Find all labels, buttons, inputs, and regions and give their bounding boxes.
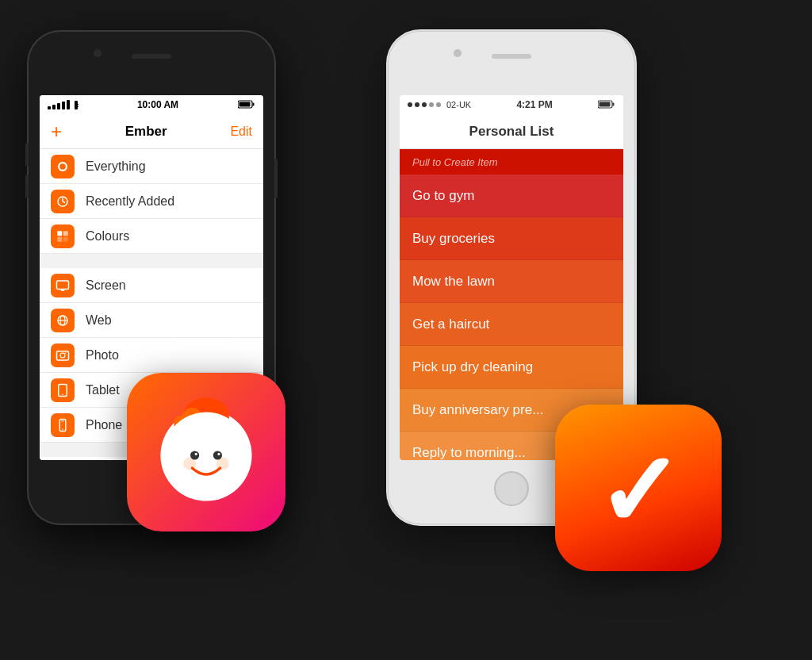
svg-point-35 bbox=[163, 412, 250, 499]
item-label: Colours bbox=[86, 229, 129, 244]
vol-down-button bbox=[25, 175, 29, 198]
todo-label: Buy groceries bbox=[412, 231, 495, 247]
tablet-icon bbox=[51, 378, 75, 402]
todo-label: Mow the lawn bbox=[412, 274, 495, 290]
svg-point-24 bbox=[62, 428, 63, 430]
svg-rect-11 bbox=[63, 236, 68, 241]
pull-to-create-bar: Pull to Create Item bbox=[400, 149, 623, 175]
recently-added-icon bbox=[51, 190, 75, 213]
camera-white bbox=[454, 49, 462, 57]
todo-item[interactable]: Buy groceries bbox=[400, 217, 623, 260]
signal-bars: ≈ bbox=[48, 100, 78, 109]
list-item[interactable]: Screen bbox=[40, 268, 263, 303]
status-bar-black: ≈ 10:00 AM bbox=[40, 95, 263, 114]
svg-point-20 bbox=[65, 352, 67, 354]
todo-item[interactable]: Pick up dry cleaning bbox=[400, 346, 623, 389]
signal-dot bbox=[436, 102, 441, 107]
svg-line-7 bbox=[63, 201, 65, 203]
todo-label: Buy anniversary pre... bbox=[412, 402, 543, 418]
checkmark-icon: ✓ bbox=[596, 440, 682, 543]
todo-label: Go to gym bbox=[412, 188, 474, 204]
todo-item[interactable]: Go to gym bbox=[400, 175, 623, 217]
colours-icon bbox=[51, 224, 75, 248]
svg-rect-8 bbox=[57, 231, 62, 236]
list-item[interactable]: Web bbox=[40, 303, 263, 338]
item-label: Web bbox=[86, 313, 112, 328]
left-status: 02-UK bbox=[408, 100, 471, 109]
svg-point-4 bbox=[59, 163, 66, 170]
svg-rect-9 bbox=[63, 231, 68, 236]
ember-app-icon[interactable] bbox=[127, 373, 285, 531]
list-gap bbox=[40, 254, 263, 268]
item-label: Photo bbox=[86, 348, 119, 363]
edit-button-black[interactable]: Edit bbox=[230, 125, 252, 139]
todo-label: Pick up dry cleaning bbox=[412, 359, 533, 375]
list-item[interactable]: Photo bbox=[40, 338, 263, 373]
signal-dot bbox=[408, 102, 412, 107]
app-title-black: Ember bbox=[125, 124, 167, 140]
svg-point-40 bbox=[195, 453, 197, 455]
svg-rect-29 bbox=[599, 102, 610, 106]
checklist-app-icon[interactable]: ✓ bbox=[555, 405, 722, 571]
nav-bar-black: + Ember Edit bbox=[40, 114, 263, 149]
phone-icon bbox=[51, 413, 75, 437]
item-label: Screen bbox=[86, 278, 126, 293]
svg-rect-28 bbox=[612, 102, 614, 106]
todo-label: Reply to morning... bbox=[412, 445, 526, 461]
list-title-white: Personal List bbox=[469, 124, 554, 140]
status-bar-white: 02-UK 4:21 PM bbox=[400, 95, 623, 114]
nav-bar-white: Personal List bbox=[400, 114, 623, 149]
ember-face-svg bbox=[143, 389, 270, 516]
camera-black bbox=[94, 49, 102, 57]
item-label: Tablet bbox=[86, 383, 120, 397]
battery-black bbox=[238, 100, 255, 110]
svg-rect-10 bbox=[57, 236, 62, 241]
svg-point-39 bbox=[213, 451, 222, 459]
photo-icon bbox=[51, 343, 75, 367]
list-section-1: Everything Recently Added Colours bbox=[40, 149, 263, 254]
svg-point-19 bbox=[60, 353, 65, 358]
vol-up-button bbox=[25, 143, 29, 167]
screen-icon bbox=[51, 274, 75, 297]
svg-rect-2 bbox=[239, 102, 251, 106]
svg-point-38 bbox=[190, 451, 199, 459]
item-label: Phone bbox=[86, 418, 122, 432]
speaker-black bbox=[132, 54, 171, 59]
status-time-black: 10:00 AM bbox=[137, 99, 178, 110]
pull-to-create-label: Pull to Create Item bbox=[412, 156, 498, 168]
carrier-label: 02-UK bbox=[446, 100, 471, 109]
list-item[interactable]: Recently Added bbox=[40, 184, 263, 219]
web-icon bbox=[51, 309, 75, 332]
item-label: Recently Added bbox=[86, 194, 174, 209]
svg-point-41 bbox=[217, 453, 220, 455]
todo-item[interactable]: Mow the lawn bbox=[400, 260, 623, 303]
svg-point-22 bbox=[62, 393, 63, 395]
everything-icon bbox=[51, 155, 75, 178]
power-button-black bbox=[274, 159, 278, 198]
item-label: Everything bbox=[86, 159, 146, 174]
list-item[interactable]: Everything bbox=[40, 149, 263, 184]
status-time-white: 4:21 PM bbox=[516, 99, 552, 110]
svg-rect-12 bbox=[57, 281, 69, 290]
todo-label: Get a haircut bbox=[412, 317, 489, 332]
svg-rect-1 bbox=[253, 102, 255, 106]
add-button-black[interactable]: + bbox=[51, 122, 62, 141]
battery-white bbox=[598, 100, 615, 110]
wifi-icon: ≈ bbox=[75, 101, 78, 109]
home-button-white[interactable] bbox=[494, 471, 529, 506]
todo-item[interactable]: Get a haircut bbox=[400, 303, 623, 346]
signal-dot bbox=[422, 102, 427, 107]
list-item[interactable]: Colours bbox=[40, 219, 263, 254]
speaker-white bbox=[492, 54, 531, 59]
signal-dot bbox=[415, 102, 419, 107]
signal-dot bbox=[429, 102, 434, 107]
